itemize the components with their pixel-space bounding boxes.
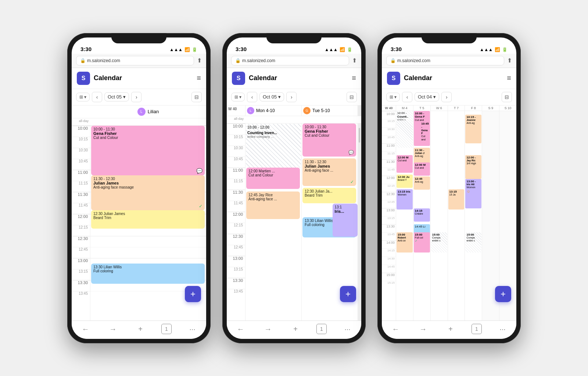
add-fab-1[interactable]: + xyxy=(185,286,201,302)
url-bar-3[interactable]: 🔒 m.salonized.com xyxy=(386,56,504,65)
sm-event-iris-f8[interactable]: 13:00 - Iris Hil Women ☺ xyxy=(465,179,481,208)
date-selector-1[interactable]: Oct 05 ▾ xyxy=(104,92,129,101)
nav-back-3[interactable]: ← xyxy=(389,322,402,336)
sm-event-joanne[interactable]: 10:15 - Joanne Anti-ag xyxy=(465,115,481,143)
share-icon-1[interactable]: ⬆ xyxy=(197,57,202,64)
prev-btn-2[interactable]: ‹ xyxy=(247,92,257,102)
view-toggle-1[interactable]: ⊞ ▾ xyxy=(76,93,90,101)
sm-event-children[interactable]: 14:15 Childre xyxy=(414,208,430,222)
app-header-1: S Calendar ≡ xyxy=(72,68,206,89)
lock-icon-1: 🔒 xyxy=(80,58,86,63)
url-bar-2[interactable]: 🔒 m.salonized.com xyxy=(231,56,349,65)
event-gena-fisher-2[interactable]: 10:00 - 11:30 Gena Fisher Cut and Colour… xyxy=(302,123,356,157)
url-text-1: m.salonized.com xyxy=(87,58,120,63)
menu-icon-3[interactable]: ≡ xyxy=(507,74,511,82)
nav-back-2[interactable]: ← xyxy=(234,322,247,336)
nav-plus-1[interactable]: + xyxy=(134,322,147,336)
nav-fwd-3[interactable]: → xyxy=(416,322,430,336)
filter-btn-2[interactable]: ⊟ xyxy=(347,92,357,102)
sm-event-counting[interactable]: 10:00 - Counti.. entire c xyxy=(397,111,413,148)
bottom-nav-3: ← → + 1 ··· xyxy=(382,321,516,339)
date-selector-2[interactable]: Oct 05 ▾ xyxy=(259,92,284,101)
day-col-t7: T 7 xyxy=(448,105,465,111)
app-title-3: Calendar xyxy=(404,74,503,82)
event-martien[interactable]: 12:00 Martien ... Cut and Colour xyxy=(246,168,300,189)
browser-bar-1: 🔒 m.salonized.com ⬆ xyxy=(72,54,206,68)
nav-page-1[interactable]: 1 xyxy=(161,324,172,334)
add-fab-3[interactable]: + xyxy=(495,286,511,302)
event-lilian-willis[interactable]: 13:30 Lilian Willis Full coloring xyxy=(91,264,205,284)
day-col-t5: T 5 xyxy=(413,105,430,111)
sm-event-beard[interactable]: 12:30 Ju Beard T xyxy=(397,175,413,188)
caret-1: ▾ xyxy=(123,94,126,100)
nav-fwd-1[interactable]: → xyxy=(106,322,119,336)
menu-icon-1[interactable]: ≡ xyxy=(197,74,201,82)
date-selector-3[interactable]: Oct 04 ▾ xyxy=(415,92,439,101)
next-btn-1[interactable]: › xyxy=(131,92,141,102)
nav-page-3[interactable]: 1 xyxy=(472,324,482,334)
sm-event-fullcol[interactable]: 15:00 Full col ✓ xyxy=(414,232,430,253)
sm-event-company-w6[interactable]: 15:00 Compa entire c xyxy=(431,232,447,253)
sm-event-jay-f8[interactable]: 12:00 - Jay Ric 3/4 High xyxy=(465,155,481,179)
date-label-1: Oct 05 xyxy=(108,94,122,100)
sm-event-gena-t5b[interactable]: 10:45 - Gena F Cut and xyxy=(420,121,430,145)
battery-icon-1: 🔋 xyxy=(192,47,197,52)
sm-event-cut[interactable]: 12:00 M Cut and xyxy=(397,155,413,173)
nav-more-1[interactable]: ··· xyxy=(186,322,199,336)
browser-bar-3: 🔒 m.salonized.com ⬆ xyxy=(382,54,516,68)
toolbar-3: ⊞ ▾ ‹ Oct 04 ▾ › ⊟ xyxy=(382,89,516,105)
day-col-s9: S 9 xyxy=(482,105,499,111)
event-julian-james-4[interactable]: 12:30 Julian Ja... Beard Trim xyxy=(302,188,356,203)
allday-row-2: all-day xyxy=(227,116,361,123)
event-iris-2[interactable]: 13:1 Iris... xyxy=(333,204,358,237)
sm-event-robert[interactable]: 15:00 Robert Anti-ce xyxy=(397,232,413,253)
sm-event-antiag-t5[interactable]: 12:45 Anti-ag xyxy=(414,176,430,190)
share-icon-2[interactable]: ⬆ xyxy=(352,57,357,64)
wifi-icon-3: 📶 xyxy=(495,47,500,52)
sm-event-iris[interactable]: 13:15 Iris Women xyxy=(397,189,413,210)
nav-plus-2[interactable]: + xyxy=(289,322,302,336)
comment-icon: 💬 xyxy=(196,168,202,174)
sm-event-company-f8[interactable]: 15:00 Compa entire c xyxy=(465,232,481,253)
nav-more-3[interactable]: ··· xyxy=(496,322,509,336)
status-icons-1: ▲▲▲ 📶 🔋 xyxy=(169,47,197,52)
app-logo-3: S xyxy=(387,72,400,85)
sm-event-15ja[interactable]: 13:15 15 Ja xyxy=(448,189,465,210)
status-time-1: 3:30 xyxy=(80,46,92,52)
wifi-icon-2: 📶 xyxy=(340,47,345,52)
share-icon-3[interactable]: ⬆ xyxy=(507,57,512,64)
event-julian-james-2[interactable]: 12:30 Julian James Beard Trim xyxy=(91,210,205,229)
add-fab-2[interactable]: + xyxy=(340,286,356,302)
inventory-event[interactable]: 10:00 - 12:00 Counting Inven... entire c… xyxy=(246,124,301,168)
filter-btn-1[interactable]: ⊟ xyxy=(191,92,202,102)
nav-back-1[interactable]: ← xyxy=(79,322,92,336)
filter-btn-3[interactable]: ⊟ xyxy=(502,92,512,102)
app-title-1: Calendar xyxy=(94,74,193,82)
staff-header-1: L Lilian xyxy=(72,105,206,118)
next-btn-2[interactable]: › xyxy=(286,92,297,102)
event-gena-fisher[interactable]: 10:00 - 11:30 Gena Fisher Cut and Colour… xyxy=(91,126,205,175)
phone-1: 3:30 ▲▲▲ 📶 🔋 🔒 m.salonized.com ⬆ S Calen… xyxy=(67,33,211,343)
next-btn-3[interactable]: › xyxy=(441,92,452,102)
menu-icon-2[interactable]: ≡ xyxy=(352,74,356,82)
col-mon: 10:00 - 12:00 Counting Inven... entire c… xyxy=(245,123,301,321)
nav-more-2[interactable]: ··· xyxy=(341,322,354,336)
view-toggle-2[interactable]: ⊞ ▾ xyxy=(231,93,245,101)
event-jay-rice-2[interactable]: 12:45 Jay Rice Anti-aging face ... xyxy=(246,191,300,219)
app-header-3: S Calendar ≡ xyxy=(382,68,516,89)
notch-3 xyxy=(422,33,477,43)
avatar-mon: L xyxy=(247,107,254,114)
event-julian-james-1[interactable]: 11:30 - 12:30 Julian James Anti-aging fa… xyxy=(91,175,205,210)
scrollbar-2[interactable] xyxy=(358,123,361,321)
status-time-3: 3:30 xyxy=(391,46,402,52)
view-toggle-3[interactable]: ⊞ ▾ xyxy=(386,93,400,101)
nav-page-2[interactable]: 1 xyxy=(316,324,327,334)
nav-plus-3[interactable]: + xyxy=(444,322,457,336)
lock-icon-2: 🔒 xyxy=(235,58,241,63)
event-julian-james-3[interactable]: 11:30 - 12:30 Julian James Anti-aging fa… xyxy=(302,158,356,186)
prev-btn-3[interactable]: ‹ xyxy=(402,92,412,102)
nav-fwd-2[interactable]: → xyxy=(261,322,275,336)
sm-event-cut-t5[interactable]: 12:00 M Cut and xyxy=(414,162,430,176)
url-bar-1[interactable]: 🔒 m.salonized.com xyxy=(76,56,194,65)
prev-btn-1[interactable]: ‹ xyxy=(92,92,102,102)
